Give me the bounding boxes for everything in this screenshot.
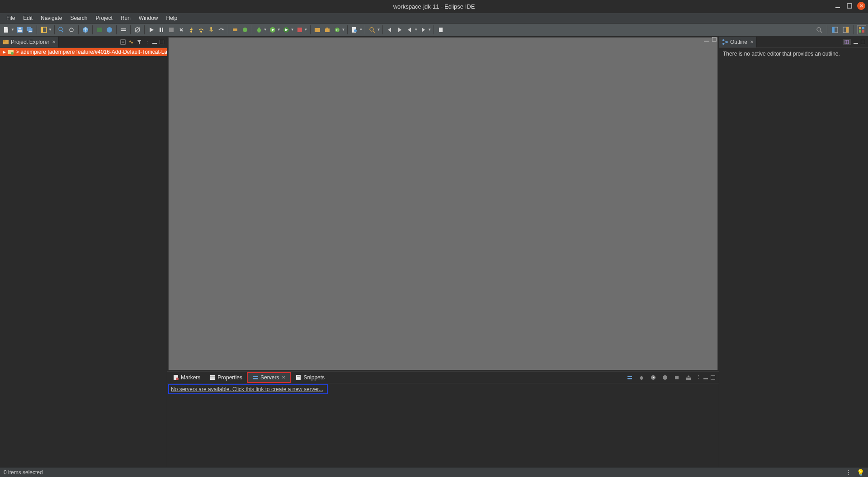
open-perspective-icon[interactable]	[39, 25, 48, 34]
resume-icon[interactable]	[147, 25, 156, 34]
collapse-all-icon[interactable]	[120, 39, 126, 45]
stop-server-icon[interactable]	[672, 373, 681, 382]
perspective-switcher-icon[interactable]	[857, 25, 866, 34]
new-server-icon[interactable]	[625, 373, 634, 382]
maximize-window-button[interactable]	[845, 2, 854, 10]
close-icon[interactable]: ✕	[750, 39, 754, 44]
menu-search[interactable]: Search	[66, 14, 91, 22]
status-menu-icon[interactable]: ⋮	[846, 469, 851, 476]
menu-project[interactable]: Project	[92, 14, 116, 22]
outline-tab[interactable]: Outline ✕	[719, 37, 757, 47]
minimize-window-button[interactable]	[834, 2, 842, 10]
view-menu-icon[interactable]: ⋮	[145, 39, 150, 45]
new-java-class-icon[interactable]	[241, 25, 250, 34]
pin-editor-icon[interactable]	[436, 25, 445, 34]
dropdown-arrow-icon[interactable]: ▼	[264, 28, 267, 32]
menu-navigate[interactable]: Navigate	[37, 14, 66, 22]
close-icon[interactable]: ✕	[282, 375, 285, 380]
search-icon[interactable]	[368, 25, 377, 34]
menu-run[interactable]: Run	[117, 14, 134, 22]
maximize-view-icon[interactable]	[711, 375, 715, 380]
menu-file[interactable]: File	[3, 14, 19, 22]
new-icon[interactable]	[2, 25, 11, 34]
dropdown-arrow-icon[interactable]: ▼	[277, 28, 281, 32]
quick-access-icon[interactable]	[815, 25, 824, 34]
suspend-icon[interactable]	[157, 25, 166, 34]
back-icon[interactable]	[385, 25, 394, 34]
dropdown-arrow-icon[interactable]: ▼	[291, 28, 294, 32]
create-new-server-link[interactable]: No servers are available. Click this lin…	[171, 386, 323, 392]
terminate-icon[interactable]	[167, 25, 176, 34]
build-icon[interactable]	[57, 25, 66, 34]
dropdown-arrow-icon[interactable]: ▼	[377, 28, 380, 32]
close-icon[interactable]: ✕	[52, 39, 56, 44]
run-server-icon[interactable]	[105, 25, 114, 34]
filter-icon[interactable]	[137, 39, 142, 45]
outline-icon	[722, 39, 728, 45]
breakpoint-type-icon[interactable]	[231, 25, 240, 34]
tab-servers[interactable]: Servers ✕	[247, 372, 291, 383]
save-all-icon[interactable]	[25, 25, 34, 34]
profile-server-icon[interactable]	[660, 373, 670, 382]
maximize-view-icon[interactable]	[160, 40, 164, 44]
disconnect-icon[interactable]	[177, 25, 186, 34]
forward-history-icon[interactable]	[419, 25, 428, 34]
toolbar-separator	[54, 25, 55, 34]
step-return-icon[interactable]	[207, 25, 216, 34]
new-package-icon[interactable]	[323, 25, 332, 34]
close-window-button[interactable]: ✕	[857, 2, 865, 10]
toggle-breadcrumb-icon[interactable]	[119, 25, 128, 34]
dropdown-arrow-icon[interactable]: ▼	[304, 28, 308, 32]
tab-snippets[interactable]: Snippets	[291, 372, 329, 383]
run-icon[interactable]	[268, 25, 277, 34]
forward-icon[interactable]	[395, 25, 404, 34]
dropdown-arrow-icon[interactable]: ▼	[11, 28, 14, 32]
minimize-view-icon[interactable]	[152, 40, 157, 44]
maximize-view-icon[interactable]	[861, 40, 865, 44]
team-sync-icon[interactable]	[67, 25, 76, 34]
dropdown-arrow-icon[interactable]: ▼	[342, 28, 345, 32]
editor-area[interactable]	[168, 37, 718, 370]
minimize-view-icon[interactable]	[854, 40, 858, 44]
expand-arrow-icon[interactable]: ▶	[3, 50, 6, 54]
jsp-icon[interactable]	[95, 25, 104, 34]
project-explorer-tab[interactable]: Project Explorer ✕	[0, 37, 59, 47]
save-icon[interactable]	[15, 25, 24, 34]
run-last-icon[interactable]	[295, 25, 304, 34]
open-type-icon[interactable]	[350, 25, 359, 34]
tree-item-adempiere[interactable]: ▶ > adempiere [adempiere feature/#4016-A…	[0, 48, 167, 56]
link-editor-icon[interactable]	[128, 39, 134, 45]
tab-properties[interactable]: Properties	[205, 372, 247, 383]
menu-window[interactable]: Window	[135, 14, 162, 22]
new-java-project-icon[interactable]	[313, 25, 322, 34]
menu-edit[interactable]: Edit	[19, 14, 36, 22]
skip-breakpoints-icon[interactable]	[133, 25, 142, 34]
minimize-editor-icon[interactable]	[704, 37, 709, 42]
tip-bulb-icon[interactable]: 💡	[857, 469, 864, 476]
dropdown-arrow-icon[interactable]: ▼	[414, 28, 418, 32]
svg-point-71	[176, 378, 179, 380]
debug-server-icon[interactable]	[637, 373, 646, 382]
web-browser-icon[interactable]	[81, 25, 90, 34]
tab-snippets-label: Snippets	[303, 374, 325, 381]
dropdown-arrow-icon[interactable]: ▼	[428, 28, 431, 32]
back-history-icon[interactable]	[405, 25, 414, 34]
minimize-view-icon[interactable]	[703, 375, 708, 380]
view-menu-icon[interactable]: ⋮	[696, 374, 701, 380]
step-over-icon[interactable]	[197, 25, 206, 34]
debug-icon[interactable]	[255, 25, 264, 34]
dropdown-arrow-icon[interactable]: ▼	[359, 28, 363, 32]
menu-help[interactable]: Help	[163, 14, 181, 22]
dropdown-arrow-icon[interactable]: ▼	[48, 28, 52, 32]
maximize-editor-icon[interactable]	[712, 37, 717, 42]
step-into-icon[interactable]	[187, 25, 196, 34]
coverage-icon[interactable]	[282, 25, 291, 34]
start-server-icon[interactable]	[649, 373, 658, 382]
drop-frame-icon[interactable]	[217, 25, 226, 34]
publish-server-icon[interactable]	[684, 373, 693, 382]
perspective-java-icon[interactable]	[841, 25, 850, 34]
new-class-icon[interactable]: C	[333, 25, 342, 34]
tab-markers[interactable]: Markers	[168, 372, 205, 383]
focus-active-task-icon[interactable]	[843, 39, 851, 45]
perspective-java-ee-icon[interactable]	[830, 25, 840, 34]
